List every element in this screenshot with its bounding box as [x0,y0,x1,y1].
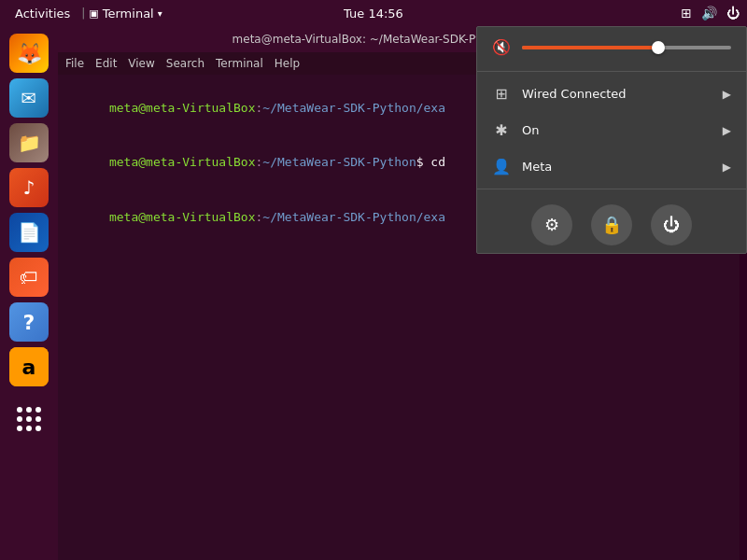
bluetooth-icon: ✱ [492,121,511,139]
popup-separator-1 [477,71,746,72]
volume-slider-fill [522,46,658,49]
bluetooth-arrow-icon: ▶ [723,124,731,137]
menu-help[interactable]: Help [275,57,300,70]
volume-mute-icon[interactable]: 🔇 [492,38,511,56]
user-arrow-icon: ▶ [723,161,731,174]
menu-file[interactable]: File [65,57,84,70]
menu-view[interactable]: View [128,57,154,70]
files-icon: 📁 [18,132,41,154]
dock-item-apps[interactable] [9,399,49,439]
amazon-icon: a [9,347,49,386]
settings-button[interactable]: ⚙ [531,204,572,245]
wired-connected-label: Wired Connected [522,87,712,101]
dock-item-email[interactable]: ✉ [9,78,49,118]
network-tray-icon[interactable]: ⊞ [681,6,692,21]
popup-bottom-buttons: ⚙ 🔒 ⏻ [477,193,746,245]
dock-item-writer[interactable]: 📄 [9,213,49,252]
volume-slider-thumb [652,41,665,54]
writer-icon: 📄 [18,221,41,244]
activities-button[interactable]: Activities [7,7,78,21]
menu-terminal[interactable]: Terminal [216,57,263,70]
user-label: Meta [522,160,712,174]
topbar-left: Activities | ▣ Terminal ▾ [0,7,162,21]
dock-item-help[interactable]: ? [9,302,49,342]
user-icon: 👤 [492,158,511,175]
topbar: Activities | ▣ Terminal ▾ Tue 14:56 ⊞ 🔊 … [0,0,747,26]
power-button[interactable]: ⏻ [651,204,692,245]
power-tray-icon[interactable]: ⏻ [726,6,740,21]
rhythmbox-icon: ♪ [23,176,35,199]
dock-item-files[interactable]: 📁 [9,123,49,162]
menu-edit[interactable]: Edit [95,57,117,70]
email-icon: ✉ [21,87,37,109]
topbar-time: Tue 14:56 [344,7,403,21]
bluetooth-label: On [522,123,712,137]
network-wired-icon: ⊞ [492,85,511,103]
volume-tray-icon[interactable]: 🔊 [701,6,717,21]
user-item[interactable]: 👤 Meta ▶ [477,148,746,185]
settings-icon: ⚙ [544,215,559,235]
dock-item-firefox[interactable]: 🦊 [9,34,49,73]
dock-item-rhythmbox[interactable]: ♪ [9,168,49,207]
menu-search[interactable]: Search [166,57,204,70]
wired-connected-item[interactable]: ⊞ Wired Connected ▶ [477,76,746,112]
dock-item-amazon[interactable]: a [9,347,49,386]
bluetooth-item[interactable]: ✱ On ▶ [477,112,746,148]
appstore-icon: 🏷 [20,266,38,288]
lock-icon: 🔒 [601,215,622,235]
power-icon: ⏻ [663,216,680,235]
topbar-separator: | [81,7,85,20]
popup-separator-2 [477,189,746,189]
terminal-icon: ▣ [89,7,98,20]
dock-item-appstore[interactable]: 🏷 [9,258,49,297]
tray-popup: 🔇 ⊞ Wired Connected ▶ ✱ On ▶ 👤 Meta ▶ ⚙ … [476,26,747,254]
volume-row: 🔇 [477,27,746,67]
volume-slider[interactable] [522,46,731,49]
help-icon: ? [23,311,35,334]
firefox-icon: 🦊 [17,42,42,65]
wired-arrow-icon: ▶ [723,88,731,101]
terminal-label[interactable]: Terminal [103,7,154,21]
apps-grid-icon [17,407,41,431]
dock: 🦊 ✉ 📁 ♪ 📄 🏷 ? a [0,26,58,560]
lock-button[interactable]: 🔒 [591,204,632,245]
terminal-dropdown-icon[interactable]: ▾ [158,8,162,19]
topbar-right: ⊞ 🔊 ⏻ [681,6,747,21]
